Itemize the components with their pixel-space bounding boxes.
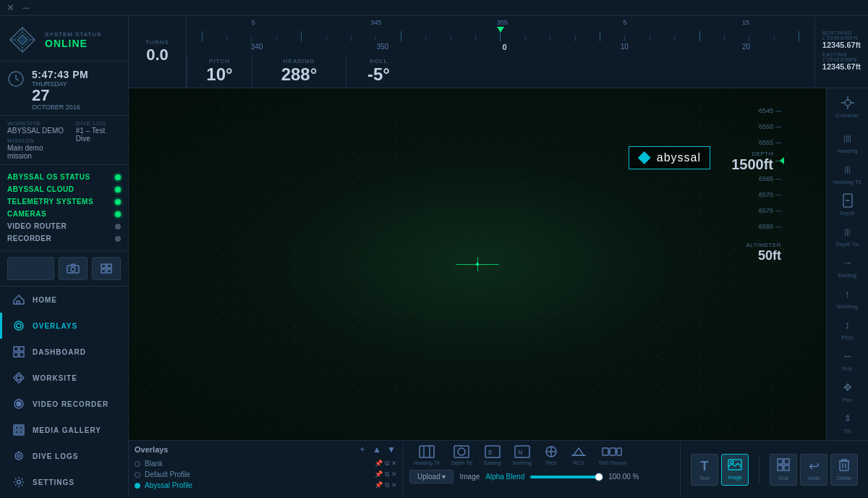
nav-item-home[interactable]: HOME [0, 287, 128, 313]
right-tool-depth[interactable]: Depth [832, 189, 864, 219]
toolbar-btn-tms-payout[interactable]: TMS Payout [594, 444, 631, 467]
undo-button[interactable]: ↩ Undo [800, 454, 827, 486]
svg-rect-31 [15, 431, 18, 434]
rt-spacer-1 [759, 455, 760, 484]
bottom-bar: Overlays + ▲ ▼ Blank 📌 ⧉ [129, 440, 868, 498]
overlay-delete-blank[interactable]: ✕ [391, 460, 397, 468]
pitch-label-rt: Pitch [841, 335, 854, 340]
system-status-block: SYSTEM STATUS ONLINE [45, 31, 102, 49]
overlay-copy-blank[interactable]: ⧉ [385, 460, 389, 468]
overlay-pin-blank[interactable]: 📌 [375, 460, 383, 468]
status-dot-recorder [115, 236, 121, 242]
nav-item-dashboard[interactable]: DASHBOARD [0, 339, 128, 365]
roll-panel: ROLL -5° [346, 55, 411, 88]
overlay-item-blank[interactable]: Blank 📌 ⧉ ✕ [135, 458, 397, 469]
grid-tool-button[interactable] [92, 257, 121, 280]
alpha-slider-thumb[interactable] [595, 473, 603, 481]
right-tool-heading-tlt2[interactable]: ||| Heading Tlt [832, 158, 864, 187]
right-tool-roll[interactable]: ↔ Roll [832, 345, 864, 374]
depth-label-rt: Depth [840, 211, 854, 216]
nav-item-worksite[interactable]: WORKSITE [0, 365, 128, 391]
status-item-cameras[interactable]: CAMERAS [0, 208, 128, 220]
delete-button[interactable]: Delete [830, 454, 858, 486]
depth-mark-6555: 6555 [759, 135, 781, 151]
depth-mark-6575: 6575 [759, 203, 781, 219]
right-tool-northing[interactable]: ↑ Northing [832, 282, 864, 312]
overlays-add-button[interactable]: + [357, 444, 368, 455]
mission-block: WORKSITE ABYSSAL DEMO MISSION Main demo … [0, 116, 128, 165]
status-item-abyssal-os[interactable]: ABYSSAL OS STATUS [0, 171, 128, 183]
toolbar-label-rcs: RCS [574, 460, 584, 465]
overlay-pin-abyssal[interactable]: 📌 [375, 481, 383, 489]
status-item-telemetry[interactable]: TELEMETRY SYSTEMS [0, 195, 128, 208]
overlays-move-up-button[interactable]: ▲ [371, 444, 383, 455]
toolbar-btn-pitch[interactable]: Pitch [539, 444, 563, 467]
toolbar-btn-rcs[interactable]: RCS [566, 444, 591, 467]
worksite-col: WORKSITE ABYSSAL DEMO MISSION Main demo … [7, 120, 69, 160]
right-tool-pan[interactable]: ✥ Pan [832, 376, 864, 405]
status-item-recorder[interactable]: RECORDER [0, 232, 128, 245]
status-label-recorder: RECORDER [7, 235, 51, 242]
toolbar-btn-depth-tst[interactable]: Depth Tst [447, 444, 477, 467]
svg-point-34 [17, 455, 20, 457]
middle-row: abyssal 6545 [129, 88, 868, 440]
nav-item-video-recorder[interactable]: VIDEO RECORDER [0, 391, 128, 417]
overlay-item-default[interactable]: Default Profile 📌 ⧉ ✕ [135, 469, 397, 480]
text-button[interactable]: T Text [691, 454, 718, 486]
close-button[interactable]: ✕ [6, 4, 14, 12]
time-block: 5:47:43 PM THURSDAY 27 OCTOBER 2016 [0, 62, 128, 116]
minimize-button[interactable]: ─ [22, 4, 30, 12]
svg-rect-66 [603, 448, 608, 455]
overlay-radio-abyssal[interactable] [135, 483, 140, 489]
status-item-abyssal-cloud[interactable]: ABYSSAL CLOUD [0, 183, 128, 195]
status-item-video-router[interactable]: VIDEO ROUTER [0, 220, 128, 232]
image-button[interactable]: Image [721, 454, 749, 486]
easting-icon: → [839, 254, 856, 271]
upload-button[interactable]: Upload ▾ [409, 470, 454, 484]
delete-label: Delete [837, 476, 851, 481]
heading-label: HEADING [284, 58, 315, 64]
grid-label: Grid [778, 476, 788, 481]
toolbar-btn-heading-tlt[interactable]: Heading Tlt [409, 444, 444, 467]
nav-item-settings[interactable]: SETTINGS [0, 469, 128, 495]
nav-item-media-gallery[interactable]: MEDIA GALLERY [0, 417, 128, 443]
overlay-icons-abyssal: 📌 ⧉ ✕ [375, 481, 397, 489]
crosshair-label: Crosshair [835, 113, 859, 118]
toolbar-btn-northing[interactable]: N Northing [508, 444, 535, 467]
search-input[interactable] [7, 257, 54, 280]
nav-label-overlays: OVERLAYS [33, 322, 77, 330]
roll-label: ROLL [370, 58, 388, 64]
image-icon [728, 459, 742, 473]
heading-panel: HEADING 288° [252, 55, 346, 88]
camera-tool-button[interactable] [59, 257, 88, 280]
overlay-copy-default[interactable]: ⧉ [385, 470, 389, 478]
system-status-label: SYSTEM STATUS [45, 31, 102, 38]
svg-text:E: E [488, 449, 493, 456]
right-tool-crosshair[interactable]: Crosshair [832, 91, 864, 121]
overlay-copy-abyssal[interactable]: ⧉ [385, 481, 389, 489]
svg-rect-30 [20, 426, 22, 429]
svg-rect-22 [14, 353, 18, 357]
overlays-move-down-button[interactable]: ▼ [386, 444, 397, 455]
right-tool-easting[interactable]: → Easting [832, 251, 864, 281]
grid-button[interactable]: Grid [770, 454, 797, 486]
app-container: ✕ ─ SYSTEM [0, 0, 868, 498]
right-tool-depth-tst[interactable]: ||| Depth Tst [832, 220, 864, 250]
alpha-slider[interactable] [530, 476, 603, 478]
overlay-item-abyssal[interactable]: Abyssal Profile 📌 ⧉ ✕ [135, 480, 397, 491]
svg-rect-23 [20, 353, 24, 357]
northing-row: NORTHING 1°23'45.6789"N 12345.67ft [822, 30, 861, 49]
overlay-delete-default[interactable]: ✕ [391, 470, 397, 478]
nav-item-overlays[interactable]: OVERLAYS [0, 313, 128, 339]
right-tool-pitch[interactable]: ↕ Pitch [832, 313, 864, 343]
overlay-radio-blank[interactable] [135, 461, 140, 467]
right-tool-heading-tlt[interactable]: |||| Heading [832, 127, 864, 156]
toolbar-btn-easting[interactable]: E Easting [480, 444, 505, 467]
toolbar-icon-pitch [543, 445, 559, 460]
overlay-radio-default[interactable] [135, 472, 140, 478]
image-label: Image [459, 473, 480, 481]
nav-item-dive-logs[interactable]: DIVE LOGS [0, 443, 128, 469]
overlay-pin-default[interactable]: 📌 [375, 470, 383, 478]
right-tool-tilt[interactable]: ⇕ Tilt [832, 407, 864, 436]
overlay-delete-abyssal[interactable]: ✕ [391, 481, 397, 489]
